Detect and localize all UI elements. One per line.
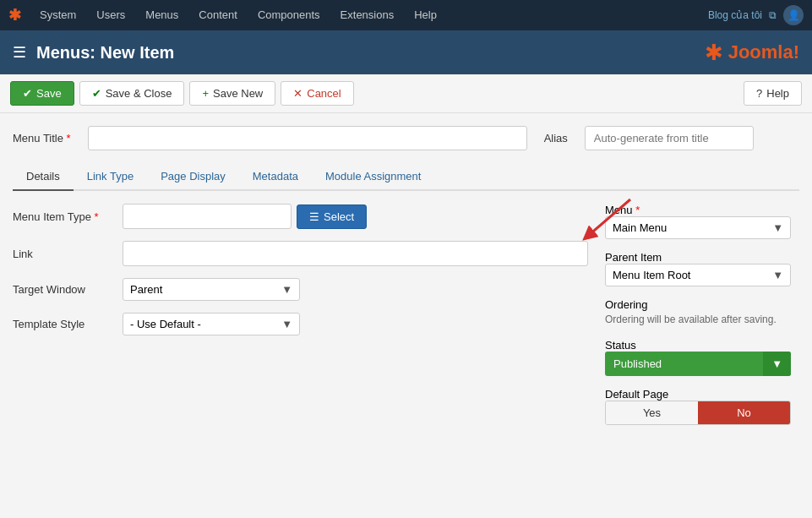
status-dropdown[interactable]: Published Unpublished Trashed ▼	[605, 352, 791, 376]
blog-info: Blog của tôi ⧉ 👤	[708, 5, 804, 25]
tab-module-assignment[interactable]: Module Assignment	[312, 163, 434, 191]
link-input[interactable]	[123, 241, 588, 266]
nav-users[interactable]: Users	[86, 0, 135, 30]
help-button[interactable]: ? Help	[744, 81, 802, 106]
hamburger-menu-icon[interactable]: ☰	[13, 43, 26, 62]
cancel-button[interactable]: ✕ Cancel	[281, 81, 353, 106]
save-new-button[interactable]: + Save New	[189, 81, 275, 106]
parent-item-label: Parent Item	[605, 251, 662, 264]
tab-details[interactable]: Details	[13, 163, 74, 191]
menu-item-type-row: Menu Item Type * ☰ Select	[13, 204, 588, 229]
menu-title-input[interactable]	[88, 126, 527, 150]
tabs-bar: Details Link Type Page Display Metadata …	[13, 163, 799, 191]
nav-menu: System Users Menus Content Components Ex…	[30, 0, 708, 30]
template-style-field: - Use Default - Template 1 Template 2 ▼	[123, 313, 588, 335]
joomla-logo-text: Joomla!	[728, 41, 799, 63]
save-icon: ✔	[23, 87, 32, 100]
default-page-no[interactable]: No	[698, 401, 790, 424]
user-avatar[interactable]: 👤	[783, 5, 804, 25]
page-title: Menus: New Item	[36, 43, 705, 63]
plus-icon: +	[202, 87, 209, 100]
target-window-label: Target Window	[13, 283, 114, 296]
joomla-brand-icon[interactable]: ✱	[8, 6, 21, 25]
template-style-row: Template Style - Use Default - Template …	[13, 313, 588, 335]
template-style-select[interactable]: - Use Default - Template 1 Template 2	[123, 314, 275, 335]
joomla-logo: ✱ Joomla!	[705, 40, 799, 66]
ordering-note: Ordering will be available after saving.	[605, 313, 799, 327]
header-bar: ☰ Menus: New Item ✱ Joomla!	[0, 30, 812, 74]
template-style-dropdown[interactable]: - Use Default - Template 1 Template 2 ▼	[123, 313, 300, 335]
parent-item-field: Parent Item Menu Item Root About Contact…	[605, 251, 799, 286]
nav-help[interactable]: Help	[404, 0, 447, 30]
save-close-button[interactable]: ✔ Save & Close	[79, 81, 185, 106]
link-field	[123, 241, 588, 266]
svg-line-1	[588, 199, 630, 236]
status-select[interactable]: Published Unpublished Trashed	[605, 352, 763, 376]
link-row: Link	[13, 241, 588, 266]
blog-link[interactable]: Blog của tôi	[708, 9, 762, 21]
target-window-dropdown[interactable]: Parent New Window Popup ▼	[123, 278, 300, 301]
details-panel: Menu Item Type * ☰ Select	[13, 204, 799, 437]
alias-input[interactable]	[585, 126, 754, 150]
list-icon: ☰	[309, 210, 319, 223]
parent-item-dropdown[interactable]: Menu Item Root About Contact ▼	[605, 264, 791, 286]
help-icon: ?	[756, 87, 762, 100]
dropdown-arrow-icon: ▼	[275, 283, 299, 296]
menu-item-type-input[interactable]	[123, 204, 292, 229]
menu-title-label: Menu Title *	[13, 132, 71, 144]
left-column: Menu Item Type * ☰ Select	[13, 204, 588, 437]
dropdown-arrow-icon2: ▼	[275, 318, 299, 330]
ordering-label: Ordering	[605, 298, 648, 311]
parent-item-select[interactable]: Menu Item Root About Contact	[606, 264, 766, 286]
content-area: Menu Title * Alias Details Link Type Pag…	[0, 113, 812, 450]
nav-extensions[interactable]: Extensions	[330, 0, 405, 30]
link-label: Link	[13, 248, 114, 260]
target-window-field: Parent New Window Popup ▼	[123, 278, 588, 301]
external-link-icon: ⧉	[769, 9, 777, 21]
check-icon: ✔	[92, 87, 101, 100]
status-field: Status Published Unpublished Trashed ▼	[605, 339, 799, 376]
save-button[interactable]: ✔ Save	[10, 81, 74, 106]
nav-content[interactable]: Content	[188, 0, 248, 30]
menu-dropdown-arrow: ▼	[766, 221, 790, 234]
status-label: Status	[605, 339, 636, 352]
ordering-field: Ordering Ordering will be available afte…	[605, 298, 799, 327]
template-style-label: Template Style	[13, 318, 114, 330]
menu-item-type-field: ☰ Select	[123, 204, 588, 229]
nav-menus[interactable]: Menus	[135, 0, 188, 30]
parent-item-arrow: ▼	[766, 269, 790, 281]
alias-label: Alias	[544, 132, 568, 144]
default-page-toggle: Yes No	[605, 401, 791, 425]
menu-item-type-label: Menu Item Type *	[13, 210, 114, 223]
top-navigation: ✱ System Users Menus Content Components …	[0, 0, 812, 30]
default-page-label: Default Page	[605, 388, 668, 401]
target-window-row: Target Window Parent New Window Popup ▼	[13, 278, 588, 301]
default-page-field: Default Page Yes No	[605, 388, 799, 425]
required-marker: *	[67, 132, 71, 144]
tab-page-display[interactable]: Page Display	[147, 163, 239, 191]
toolbar: ✔ Save ✔ Save & Close + Save New ✕ Cance…	[0, 74, 812, 113]
nav-system[interactable]: System	[30, 0, 86, 30]
status-dropdown-arrow: ▼	[763, 352, 791, 376]
tab-metadata[interactable]: Metadata	[239, 163, 312, 191]
joomla-logo-icon: ✱	[705, 40, 723, 66]
red-arrow-annotation	[571, 195, 639, 246]
default-page-yes[interactable]: Yes	[606, 401, 698, 424]
target-window-select[interactable]: Parent New Window Popup	[123, 279, 275, 300]
tab-link-type[interactable]: Link Type	[74, 163, 147, 191]
title-alias-row: Menu Title * Alias	[13, 126, 799, 150]
nav-components[interactable]: Components	[248, 0, 330, 30]
cancel-icon: ✕	[293, 87, 302, 100]
select-button[interactable]: ☰ Select	[297, 204, 367, 229]
